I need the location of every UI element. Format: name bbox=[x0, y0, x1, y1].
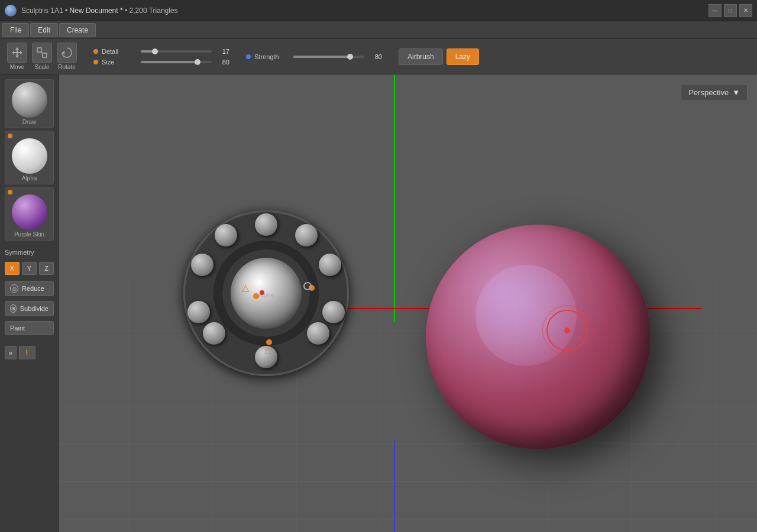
title-text: Sculptris 1A1 • New Document * • 2,200 T… bbox=[21, 7, 178, 15]
perspective-button[interactable]: Perspective ▼ bbox=[681, 84, 748, 101]
lazy-button[interactable]: Lazy bbox=[447, 48, 479, 65]
file-menu[interactable]: File bbox=[2, 23, 29, 37]
wheel-triangle-bottom-icon: △ bbox=[264, 345, 271, 355]
left-panel: Draw Alpha Purple Skin Symmetry X Y Z bbox=[0, 74, 59, 532]
size-value: 80 bbox=[215, 59, 229, 66]
blue-axis bbox=[394, 440, 395, 532]
purple-skin-name: Purple Skin bbox=[14, 231, 44, 238]
wheel-sphere-1[interactable] bbox=[255, 213, 277, 236]
paint-button[interactable]: Paint bbox=[5, 321, 54, 335]
draw-sphere bbox=[12, 82, 47, 118]
sphere-red-circle bbox=[546, 310, 588, 351]
alpha-sphere bbox=[12, 138, 47, 174]
strength-track[interactable] bbox=[293, 56, 364, 58]
size-track[interactable] bbox=[141, 61, 212, 63]
create-menu[interactable]: Create bbox=[59, 23, 96, 37]
draw-brush-card[interactable]: Draw bbox=[5, 79, 54, 128]
move-icon bbox=[7, 43, 27, 63]
strength-group: Strength 80 bbox=[246, 53, 382, 60]
subdivide-label: Subdivide bbox=[20, 305, 48, 312]
wheel-circle-icon bbox=[303, 282, 312, 290]
main-area: Draw Alpha Purple Skin Symmetry X Y Z bbox=[0, 74, 757, 532]
maximize-button[interactable]: □ bbox=[724, 4, 737, 17]
svg-rect-1 bbox=[43, 53, 47, 57]
window-controls: — □ ✕ bbox=[709, 4, 752, 17]
wheel-sphere-9[interactable] bbox=[191, 254, 213, 276]
svg-rect-0 bbox=[37, 48, 41, 52]
purple-skin-dot bbox=[8, 190, 12, 194]
alpha-wheel-inner[interactable]: Alpha bbox=[231, 258, 302, 329]
reduce-button[interactable]: ◎ Reduce bbox=[5, 281, 54, 296]
alpha-wheel[interactable]: △ △ Alpha bbox=[183, 210, 349, 376]
size-dot bbox=[93, 60, 98, 64]
wheel-dot-2 bbox=[266, 339, 272, 345]
arrows-button[interactable]: » bbox=[5, 346, 17, 359]
airbrush-button[interactable]: Airbrush bbox=[399, 48, 443, 65]
main-sphere bbox=[426, 225, 651, 449]
viewport[interactable]: △ △ Alpha Perspective ▼ bbox=[59, 74, 757, 532]
sym-z-button[interactable]: Z bbox=[39, 262, 54, 275]
sym-x-button[interactable]: X bbox=[5, 262, 20, 275]
rotate-icon bbox=[57, 43, 77, 63]
wheel-sphere-5[interactable] bbox=[307, 322, 329, 345]
toolbar: Move Scale Rotate bbox=[0, 39, 757, 74]
edit-menu[interactable]: Edit bbox=[30, 23, 58, 37]
grid-svg bbox=[59, 280, 757, 532]
minimize-button[interactable]: — bbox=[709, 4, 722, 17]
app-name: Sculptris 1A1 bbox=[21, 7, 63, 15]
close-button[interactable]: ✕ bbox=[739, 4, 752, 17]
wheel-sphere-3[interactable] bbox=[319, 254, 341, 276]
wheel-triangle-icon: △ bbox=[242, 282, 249, 293]
purple-skin-card[interactable]: Purple Skin bbox=[5, 187, 54, 241]
strength-label: Strength bbox=[254, 53, 290, 60]
titlebar: Sculptris 1A1 • New Document * • 2,200 T… bbox=[0, 0, 757, 21]
alpha-brush-preview bbox=[12, 138, 47, 174]
doc-name: New Document * bbox=[70, 7, 123, 15]
sym-y-button[interactable]: Y bbox=[22, 262, 37, 275]
wheel-sphere-7[interactable] bbox=[203, 322, 225, 345]
symmetry-label: Symmetry bbox=[5, 248, 54, 257]
wheel-sphere-8[interactable] bbox=[187, 301, 210, 323]
purple-skin-preview bbox=[12, 194, 47, 230]
move-label: Move bbox=[10, 64, 24, 70]
detail-value: 17 bbox=[215, 48, 229, 55]
separator1: • bbox=[65, 7, 67, 15]
perspective-label: Perspective bbox=[688, 88, 729, 97]
draw-brush-name: Draw bbox=[22, 119, 36, 125]
detail-track[interactable] bbox=[141, 50, 212, 53]
draw-brush-preview bbox=[12, 82, 47, 118]
action-group: Airbrush Lazy bbox=[399, 48, 479, 65]
wheel-sphere-2[interactable] bbox=[295, 224, 318, 246]
walk-button[interactable]: 🚶 bbox=[19, 346, 35, 359]
reduce-icon: ◎ bbox=[10, 284, 18, 293]
scale-tool[interactable]: Scale bbox=[32, 43, 52, 70]
detail-slider-row: Detail 17 bbox=[93, 48, 229, 55]
strength-dot bbox=[246, 54, 251, 59]
wheel-sphere-10[interactable] bbox=[215, 224, 237, 246]
paint-label: Paint bbox=[10, 325, 25, 332]
reduce-label: Reduce bbox=[22, 285, 44, 292]
svg-line-2 bbox=[41, 52, 43, 53]
purple-skin-sphere bbox=[12, 194, 47, 230]
triangle-count: 2,200 Triangles bbox=[130, 7, 178, 15]
bottom-tools: » 🚶 bbox=[5, 346, 54, 359]
app-icon bbox=[5, 5, 17, 17]
tool-group: Move Scale Rotate bbox=[7, 43, 77, 70]
subdivide-icon: ⊞ bbox=[10, 304, 17, 313]
wheel-sphere-4[interactable] bbox=[322, 301, 345, 323]
size-slider-row: Size 80 bbox=[93, 59, 229, 66]
rotate-tool[interactable]: Rotate bbox=[57, 43, 77, 70]
detail-label: Detail bbox=[102, 48, 137, 55]
scale-label: Scale bbox=[34, 64, 49, 70]
alpha-dot bbox=[8, 134, 12, 138]
slider-group: Detail 17 Size 80 bbox=[93, 48, 229, 66]
detail-dot bbox=[93, 49, 98, 54]
alpha-brush-card[interactable]: Alpha bbox=[5, 131, 54, 184]
move-tool[interactable]: Move bbox=[7, 43, 27, 70]
vertical-axis bbox=[394, 74, 395, 322]
symmetry-row: X Y Z bbox=[5, 262, 54, 275]
scale-icon bbox=[32, 43, 52, 63]
menubar: File Edit Create bbox=[0, 21, 757, 39]
alpha-brush-name: Alpha bbox=[22, 175, 37, 181]
subdivide-button[interactable]: ⊞ Subdivide bbox=[5, 301, 54, 316]
